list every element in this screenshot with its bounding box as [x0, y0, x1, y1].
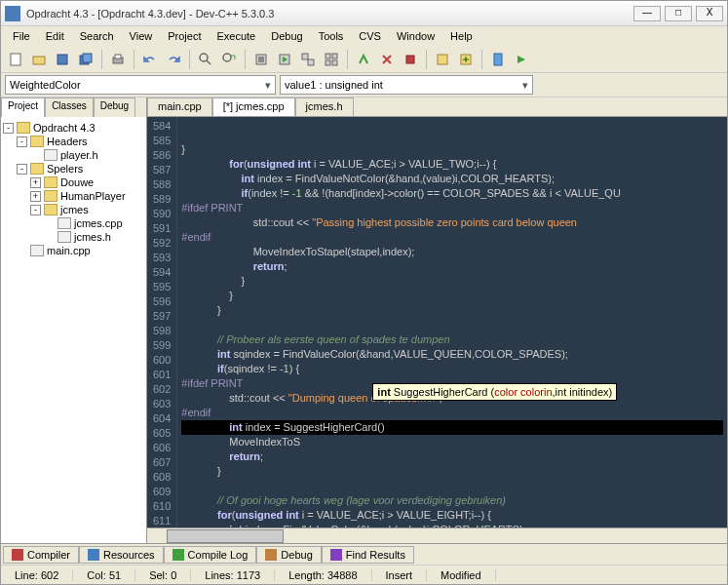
tree-node[interactable]: +Douwe [3, 176, 144, 189]
code-line[interactable]: } [181, 142, 723, 157]
code-editor[interactable]: 5845855865875885895905915925935945955965… [147, 117, 727, 527]
new-class-icon[interactable] [432, 49, 453, 70]
sidebar-tabs: ProjectClassesDebug [1, 98, 146, 117]
debug-icon[interactable] [353, 49, 374, 70]
menu-view[interactable]: View [122, 28, 161, 44]
code-line[interactable] [181, 479, 723, 493]
goto-icon[interactable] [511, 49, 532, 70]
sidebar-tab-debug[interactable]: Debug [94, 98, 135, 117]
expand-icon[interactable]: - [17, 136, 27, 147]
tree-node[interactable]: -Spelers [3, 162, 144, 176]
bottom-tab-resources[interactable]: Resources [79, 546, 164, 564]
maximize-button[interactable]: □ [665, 6, 692, 21]
code-line[interactable]: #endif [181, 406, 723, 420]
code-line[interactable]: for(unsigned int i = VALUE_ACE;i > VALUE… [181, 157, 723, 172]
line-number: 597 [153, 309, 171, 324]
close-button[interactable]: X [696, 6, 723, 21]
bottom-tab-debug[interactable]: Debug [256, 546, 321, 564]
tree-node[interactable]: player.h [3, 148, 144, 162]
expand-icon[interactable]: - [30, 205, 41, 215]
tree-node[interactable]: jcmes.cpp [3, 216, 144, 230]
save-icon[interactable] [52, 49, 73, 70]
horizontal-scrollbar[interactable] [147, 527, 727, 543]
expand-icon[interactable]: - [3, 123, 14, 134]
tree-node[interactable]: jcmes.h [3, 230, 144, 244]
undo-icon[interactable] [139, 49, 161, 70]
compile-icon[interactable] [250, 49, 272, 70]
code-line[interactable]: MoveIndexToS [181, 435, 723, 449]
minimize-button[interactable]: — [633, 6, 661, 21]
menu-project[interactable]: Project [160, 28, 209, 44]
code-line[interactable]: if(sqindex != -1) { [181, 362, 723, 376]
menu-execute[interactable]: Execute [209, 28, 263, 44]
editor-tab[interactable]: jcmes.h [295, 98, 354, 116]
code-line[interactable] [181, 318, 723, 332]
folder-icon [30, 163, 44, 175]
expand-icon[interactable]: + [30, 177, 41, 188]
rebuild-icon[interactable] [321, 49, 342, 70]
code-line[interactable]: int sqindex = FindValueColor(&hand,VALUE… [181, 347, 723, 362]
code-line[interactable]: } [181, 303, 723, 318]
print-icon[interactable] [107, 49, 129, 70]
replace-icon[interactable] [218, 49, 240, 70]
sidebar-tab-project[interactable]: Project [1, 98, 45, 117]
svg-marker-26 [517, 56, 525, 63]
tree-node[interactable]: -Opdracht 4.3 [3, 121, 144, 135]
menu-tools[interactable]: Tools [311, 28, 352, 44]
bookmark-icon[interactable] [487, 49, 509, 70]
bottom-tab-compile-log[interactable]: Compile Log [164, 546, 257, 564]
code-line[interactable]: int index = FindValueNotColor(&hand,(val… [181, 172, 723, 186]
compile-run-icon[interactable] [297, 49, 319, 70]
member-combo[interactable]: value1 : unsigned int [280, 75, 533, 95]
profile-icon[interactable] [400, 49, 421, 70]
menu-window[interactable]: Window [389, 28, 442, 44]
code-line[interactable]: MoveIndexToStapel(stapel,index); [181, 245, 723, 259]
status-line: Line: 602 [1, 569, 73, 581]
new-file-icon[interactable] [5, 49, 26, 70]
code-line[interactable]: } [181, 464, 723, 479]
menu-cvs[interactable]: CVS [351, 28, 389, 44]
editor-tab[interactable]: main.cpp [147, 98, 212, 116]
stop-icon[interactable] [376, 49, 398, 70]
bottom-tabs: CompilerResourcesCompile LogDebugFind Re… [1, 543, 727, 565]
code-line[interactable]: int index = FindValueColor(&hand,(value)… [181, 523, 723, 527]
code-line[interactable]: } [181, 289, 723, 303]
code-line[interactable]: for(unsigned int i = VALUE_ACE;i > VALUE… [181, 508, 723, 523]
code-line[interactable]: return; [181, 449, 723, 464]
tab-label: Find Results [346, 549, 405, 561]
editor-tab[interactable]: [*] jcmes.cpp [212, 98, 295, 116]
code-line[interactable]: if(index != -1 && !(hand[index]->color()… [181, 186, 723, 201]
tree-node[interactable]: -Headers [3, 135, 144, 148]
save-all-icon[interactable] [75, 49, 96, 70]
menu-file[interactable]: File [5, 28, 38, 44]
code-line[interactable]: std::cout << "Passing highest possible z… [181, 215, 723, 230]
menu-search[interactable]: Search [72, 28, 122, 44]
sidebar-tab-classes[interactable]: Classes [45, 98, 94, 117]
code-lines[interactable]: } for(unsigned int i = VALUE_ACE;i > VAL… [177, 117, 727, 527]
tree-node[interactable]: main.cpp [3, 244, 144, 257]
insert-icon[interactable] [455, 49, 477, 70]
code-line[interactable]: // Of gooi hoge hearts weg (lage voor ve… [181, 493, 723, 508]
find-icon[interactable] [195, 49, 216, 70]
run-icon[interactable] [274, 49, 295, 70]
code-line[interactable]: } [181, 274, 723, 289]
menubar: FileEditSearchViewProjectExecuteDebugToo… [1, 26, 727, 46]
open-icon[interactable] [28, 49, 50, 70]
class-combo[interactable]: WeightedColor [5, 75, 276, 95]
menu-edit[interactable]: Edit [38, 28, 72, 44]
code-line[interactable]: #ifdef PRINT [181, 201, 723, 215]
menu-help[interactable]: Help [442, 28, 480, 44]
code-line[interactable]: // Probeer als eerste queen of spades te… [181, 332, 723, 347]
bottom-tab-compiler[interactable]: Compiler [3, 546, 79, 564]
code-line[interactable]: return; [181, 259, 723, 274]
expand-icon[interactable]: - [17, 164, 27, 175]
code-line[interactable]: #endif [181, 230, 723, 245]
expand-icon[interactable]: + [30, 191, 41, 202]
menu-debug[interactable]: Debug [263, 28, 310, 44]
redo-icon[interactable] [163, 49, 184, 70]
code-line[interactable]: int index = SuggestHigherCard() [181, 420, 723, 435]
tree-node[interactable]: -jcmes [3, 203, 144, 216]
tree-node[interactable]: +HumanPlayer [3, 189, 144, 203]
scroll-thumb[interactable] [167, 529, 284, 543]
bottom-tab-find-results[interactable]: Find Results [322, 546, 414, 564]
